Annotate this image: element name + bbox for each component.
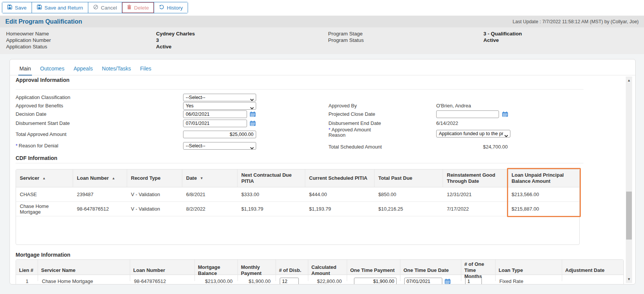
delete-button[interactable]: Delete bbox=[122, 2, 154, 13]
cdf-col-next-contractual-due-pitia[interactable]: Next Contractual Due PITIA bbox=[238, 169, 305, 187]
one-time-due-date-input[interactable] bbox=[404, 278, 442, 285]
calendar-icon[interactable] bbox=[250, 121, 256, 126]
last-update-text: Last Update : 7/7/2022 11:58:12 AM (MST)… bbox=[513, 19, 639, 24]
mortgage-cell-one-time-payment bbox=[347, 275, 400, 284]
page-title: Edit Program Qualification bbox=[5, 18, 82, 25]
cdf-col-loan-unpaid-principal-balance-amount[interactable]: Loan Unpaid Principal Balance Amount bbox=[508, 169, 579, 187]
approval-section-divider bbox=[16, 89, 583, 89]
cdf-section-divider bbox=[16, 163, 583, 163]
mortgage-table: Lien # Servicer Name Loan Number Mortgag… bbox=[16, 259, 624, 284]
cdf-col-date[interactable]: Date▼ bbox=[182, 169, 238, 187]
summary-labels-left: Homeowner Name Application Number Applic… bbox=[6, 30, 51, 50]
cdf-cell-total-past-due: $850.00 bbox=[375, 187, 443, 201]
total-scheduled-amount-value: $24,700.00 bbox=[436, 143, 508, 151]
approved-by-value: O'Brien, Andrea bbox=[436, 102, 471, 110]
program-stage-label: Program Stage bbox=[328, 30, 364, 37]
cdf-cell-current-scheduled-pitia: $444.00 bbox=[305, 187, 375, 201]
tab-notes-tasks[interactable]: Notes/Tasks bbox=[101, 63, 132, 76]
application-classification-label: Application Classification bbox=[16, 94, 70, 101]
cdf-table: Servicer▲ Loan Number▲ Record Type Date▼… bbox=[16, 169, 580, 245]
scroll-up-arrow-icon[interactable]: ▲ bbox=[626, 77, 632, 84]
total-approved-amount-input[interactable] bbox=[183, 131, 256, 138]
application-classification-select[interactable]: --Select-- bbox=[183, 94, 256, 101]
cdf-information-heading: CDF Information bbox=[16, 155, 57, 161]
mortgage-cell-lien: 1 bbox=[16, 275, 38, 284]
cdf-col-loan-number[interactable]: Loan Number▲ bbox=[73, 169, 127, 187]
approved-by-label: Approved By bbox=[328, 102, 357, 110]
chevron-down-icon bbox=[250, 105, 254, 110]
num-one-time-months-input[interactable] bbox=[465, 278, 482, 285]
cdf-col-total-past-due[interactable]: Total Past Due bbox=[375, 169, 443, 187]
tab-bar: Main Outcomes Appeals Notes/Tasks Files bbox=[18, 63, 153, 76]
disbursement-start-date-input[interactable] bbox=[183, 120, 247, 127]
approved-amount-reason-select[interactable]: Application funded up to the pr bbox=[436, 130, 510, 137]
history-button[interactable]: History bbox=[154, 2, 188, 13]
cdf-cell-servicer: Chase Home Mortgage bbox=[16, 202, 73, 216]
trash-icon bbox=[127, 5, 131, 11]
cdf-col-current-scheduled-pitia[interactable]: Current Scheduled PITIA bbox=[305, 169, 375, 187]
cdf-cell-reinstatement-good-through-date: 7/17/2022 bbox=[443, 202, 508, 216]
edit-program-qualification-screen: Save Save and Return Cancel Delete Histo… bbox=[0, 0, 644, 294]
cdf-col-servicer[interactable]: Servicer▲ bbox=[16, 169, 73, 187]
delete-button-label: Delete bbox=[134, 5, 149, 11]
decision-date-label: Decision Date bbox=[16, 110, 46, 118]
save-and-return-button[interactable]: Save and Return bbox=[32, 2, 88, 13]
sort-ascending-icon: ▲ bbox=[112, 175, 115, 181]
tab-main[interactable]: Main bbox=[18, 63, 32, 76]
cdf-cell-loan-unpaid-principal-balance-amount: $213,566.00 bbox=[508, 187, 579, 201]
tab-appeals[interactable]: Appeals bbox=[72, 63, 94, 76]
history-icon bbox=[159, 5, 164, 11]
mortgage-cell-num-one-time-months bbox=[461, 275, 496, 284]
mortgage-table-row[interactable]: 1 Chase Home Mortgage 98-647876512 $213,… bbox=[16, 275, 623, 284]
cancel-button[interactable]: Cancel bbox=[88, 2, 122, 13]
cancel-button-label: Cancel bbox=[101, 5, 117, 11]
cdf-col-reinstatement-good-through-date[interactable]: Reinstatement Good Through Date bbox=[443, 169, 508, 187]
history-button-label: History bbox=[167, 5, 183, 11]
projected-close-date-label: Projected Close Date bbox=[328, 110, 375, 118]
sort-descending-icon: ▼ bbox=[200, 175, 203, 181]
calendar-icon[interactable] bbox=[445, 279, 451, 284]
tab-files[interactable]: Files bbox=[139, 63, 153, 76]
num-disb-input[interactable] bbox=[280, 278, 299, 285]
save-button[interactable]: Save bbox=[2, 2, 32, 13]
calendar-icon[interactable] bbox=[502, 112, 508, 117]
cdf-table-row[interactable]: CHASE 239487 V - Validation 6/8/2021 $33… bbox=[16, 187, 579, 202]
reason-for-denial-label: *Reason for Denial bbox=[16, 142, 58, 150]
cdf-cell-loan-unpaid-principal-balance-amount: $215,887.00 bbox=[508, 202, 579, 216]
program-status-label: Program Status bbox=[328, 37, 364, 43]
decision-date-input[interactable] bbox=[183, 110, 247, 118]
reason-for-denial-select[interactable]: --Select-- bbox=[183, 142, 256, 150]
mortgage-cell-mortgage-balance: $213,000.00 bbox=[195, 275, 238, 284]
cdf-cell-loan-number: 239487 bbox=[73, 187, 127, 201]
summary-labels-right: Program Stage Program Status bbox=[328, 30, 364, 43]
title-bar: Edit Program Qualification Last Update :… bbox=[0, 16, 644, 27]
calendar-icon[interactable] bbox=[250, 112, 256, 117]
homeowner-name-value: Cydney Charles bbox=[156, 30, 195, 37]
save-button-label: Save bbox=[15, 5, 27, 11]
homeowner-name-label: Homeowner Name bbox=[6, 30, 51, 37]
application-number-value: 3 bbox=[156, 37, 195, 43]
cdf-table-row[interactable]: Chase Home Mortgage 98-647876512 V - Val… bbox=[16, 202, 579, 216]
cdf-cell-total-past-due: $10,216.25 bbox=[375, 202, 443, 216]
mortgage-cell-one-time-due-date bbox=[400, 275, 461, 284]
scrollbar-thumb[interactable] bbox=[626, 192, 632, 240]
program-stage-value: 3 - Qualification bbox=[483, 30, 522, 37]
cdf-cell-servicer: CHASE bbox=[16, 187, 73, 201]
cdf-cell-next-contractual-due-pitia: $1,193.79 bbox=[238, 202, 305, 216]
mortgage-cell-adjustment-date bbox=[562, 275, 624, 284]
cdf-col-record-type[interactable]: Record Type bbox=[127, 169, 182, 187]
tab-bar-divider bbox=[10, 75, 635, 75]
disbursement-start-date-label: Disbursement Start Date bbox=[16, 120, 70, 127]
approved-for-benefits-select[interactable]: Yes bbox=[183, 102, 256, 110]
projected-close-date-input[interactable] bbox=[436, 110, 499, 118]
one-time-payment-input[interactable] bbox=[354, 278, 397, 285]
vertical-scrollbar[interactable]: ▲ ▼ bbox=[626, 77, 632, 283]
toolbar-button-group: Save Save and Return Cancel Delete Histo… bbox=[2, 2, 188, 13]
disbursement-end-date-label: Disbursement End Date bbox=[328, 120, 381, 127]
tab-outcomes[interactable]: Outcomes bbox=[39, 63, 65, 76]
scroll-down-arrow-icon[interactable]: ▼ bbox=[626, 275, 632, 283]
mortgage-cell-servicer-name: Chase Home Mortgage bbox=[38, 275, 130, 284]
total-scheduled-amount-label: Total Scheduled Amount bbox=[328, 143, 382, 151]
cdf-cell-loan-number: 98-647876512 bbox=[73, 202, 127, 216]
cdf-cell-date: 8/2/2022 bbox=[182, 202, 238, 216]
